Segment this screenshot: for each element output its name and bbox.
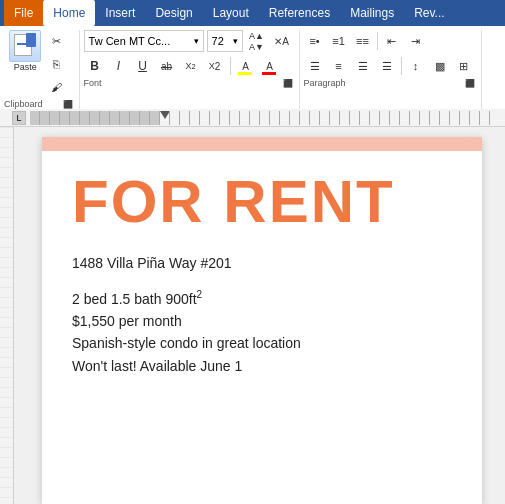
paste-label: Paste — [14, 62, 37, 72]
vertical-ruler — [0, 127, 14, 504]
superscript-button[interactable]: X2 — [204, 55, 226, 77]
text-highlight-button[interactable]: A — [235, 55, 257, 77]
page-container: FOR RENT 1488 Villa Piña Way #201 2 bed … — [14, 127, 505, 504]
ribbon: Paste ✂ ⎘ 🖌 Clipboard ⬛ — [0, 26, 505, 109]
copy-button[interactable]: ⎘ — [45, 53, 67, 75]
document-address: 1488 Villa Piña Way #201 — [72, 255, 452, 271]
justify-button[interactable]: ☰ — [376, 55, 398, 77]
align-right-button[interactable]: ☰ — [352, 55, 374, 77]
increase-indent-button[interactable]: ⇥ — [405, 30, 427, 52]
clear-format-button[interactable]: ✕A — [271, 30, 293, 52]
paragraph-expand-icon[interactable]: ⬛ — [465, 79, 475, 88]
font-color-button[interactable]: A — [259, 55, 281, 77]
cut-button[interactable]: ✂ — [45, 30, 67, 52]
detail-line2: $1,550 per month — [72, 310, 452, 332]
paragraph-label: Paragraph ⬛ — [304, 78, 475, 88]
font-expand-icon[interactable]: ⬛ — [283, 79, 293, 88]
menu-insert[interactable]: Insert — [95, 0, 145, 26]
menu-review[interactable]: Rev... — [404, 0, 454, 26]
font-label: Font ⬛ — [84, 78, 293, 88]
detail-line3: Spanish-style condo in great location — [72, 332, 452, 354]
format-painter-button[interactable]: 🖌 — [45, 76, 67, 98]
detail-line1: 2 bed 1.5 bath 900ft2 — [72, 287, 452, 310]
app-window: File Home Insert Design Layout Reference… — [0, 0, 505, 504]
ruler: L — [0, 109, 505, 127]
menu-references[interactable]: References — [259, 0, 340, 26]
bullet-list-button[interactable]: ≡• — [304, 30, 326, 52]
font-size-selector[interactable]: 72 ▾ — [207, 30, 243, 52]
align-left-button[interactable]: ☰ — [304, 55, 326, 77]
shading-button[interactable]: ▩ — [429, 55, 451, 77]
number-list-button[interactable]: ≡1 — [328, 30, 350, 52]
paste-button[interactable]: Paste — [9, 30, 41, 72]
menu-home[interactable]: Home — [43, 0, 95, 26]
document-title: FOR RENT — [72, 169, 452, 235]
menu-design[interactable]: Design — [145, 0, 202, 26]
bold-button[interactable]: B — [84, 55, 106, 77]
align-center-button[interactable]: ≡ — [328, 55, 350, 77]
underline-button[interactable]: U — [132, 55, 154, 77]
italic-button[interactable]: I — [108, 55, 130, 77]
decrease-indent-button[interactable]: ⇤ — [381, 30, 403, 52]
multilevel-list-button[interactable]: ≡≡ — [352, 30, 374, 52]
menu-layout[interactable]: Layout — [203, 0, 259, 26]
font-size-increase[interactable]: A▲ — [246, 30, 268, 41]
line-spacing-button[interactable]: ↕ — [405, 55, 427, 77]
detail-line4: Won't last! Available June 1 — [72, 355, 452, 377]
ruler-tab-selector[interactable]: L — [12, 111, 26, 125]
font-size-decrease[interactable]: A▼ — [246, 41, 268, 52]
menu-mailings[interactable]: Mailings — [340, 0, 404, 26]
font-name-selector[interactable]: Tw Cen MT Cc... ▾ — [84, 30, 204, 52]
menu-bar: File Home Insert Design Layout Reference… — [0, 0, 505, 26]
strikethrough-button[interactable]: ab — [156, 55, 178, 77]
menu-file[interactable]: File — [4, 0, 43, 26]
highlight-bar — [42, 137, 482, 151]
clipboard-label: Clipboard ⬛ — [4, 99, 73, 109]
document-details: 2 bed 1.5 bath 900ft2 $1,550 per month S… — [72, 287, 452, 377]
subscript-button[interactable]: X2 — [180, 55, 202, 77]
content-area: FOR RENT 1488 Villa Piña Way #201 2 bed … — [0, 127, 505, 504]
borders-button[interactable]: ⊞ — [453, 55, 475, 77]
document-page[interactable]: FOR RENT 1488 Villa Piña Way #201 2 bed … — [42, 137, 482, 504]
